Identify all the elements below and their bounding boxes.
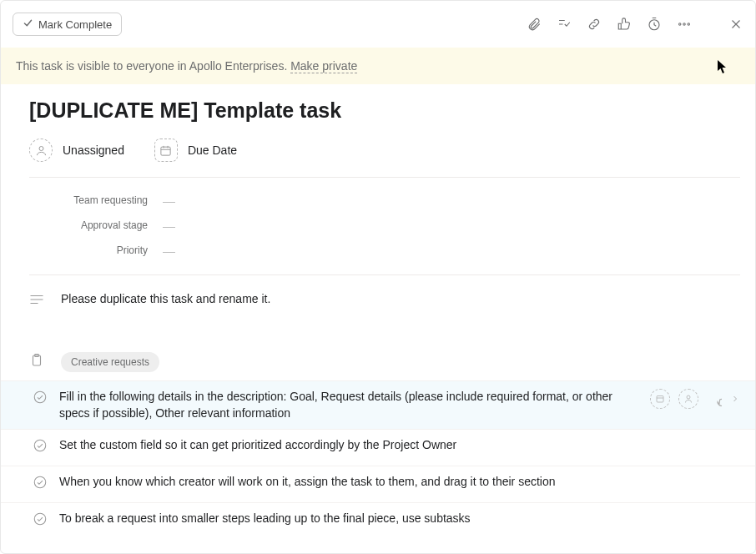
mini-calendar-icon[interactable] — [650, 389, 670, 409]
subtask-text: When you know which creator will work on… — [59, 474, 740, 491]
subtask-check-icon[interactable] — [33, 475, 48, 495]
clipboard-icon — [29, 353, 44, 371]
svg-point-13 — [34, 513, 46, 525]
assignee-field[interactable]: Unassigned — [29, 138, 124, 162]
subtask-row[interactable]: Fill in the following details in the des… — [1, 380, 755, 429]
field-row: Approval stage — — [29, 213, 740, 238]
subtask-check-icon[interactable] — [33, 438, 48, 458]
projects-row: Creative requests — [29, 345, 740, 380]
subtask-row[interactable]: Set the custom field so it can get prior… — [1, 429, 755, 466]
subtask-text: To break a request into smaller steps le… — [59, 511, 740, 527]
assignee-label: Unassigned — [63, 144, 124, 157]
field-value[interactable]: — — [163, 194, 175, 207]
field-label: Priority — [29, 244, 163, 256]
svg-point-10 — [687, 395, 690, 399]
subtask-check-icon[interactable] — [33, 390, 48, 410]
svg-point-4 — [39, 146, 43, 150]
project-pill[interactable]: Creative requests — [61, 352, 159, 372]
task-toolbar: Mark Complete — [1, 1, 755, 48]
like-icon[interactable] — [617, 17, 632, 32]
subtask-text: Set the custom field so it can get prior… — [59, 437, 740, 454]
subtask-check-icon[interactable] — [33, 511, 48, 531]
banner-org: Apollo Enterprises — [189, 59, 285, 73]
close-icon[interactable] — [728, 17, 743, 32]
svg-point-2 — [683, 23, 685, 25]
task-title[interactable]: [DUPLICATE ME] Template task — [29, 84, 740, 135]
copy-link-icon[interactable] — [587, 17, 602, 32]
field-label: Team requesting — [29, 194, 163, 206]
subtasks-icon[interactable] — [557, 17, 572, 32]
field-value[interactable]: — — [163, 244, 175, 257]
due-date-field[interactable]: Due Date — [154, 138, 237, 162]
visibility-banner: This task is visible to everyone in Apol… — [1, 48, 755, 84]
calendar-icon — [154, 138, 178, 162]
attachment-icon[interactable] — [527, 17, 542, 32]
description-row: Please duplicate this task and rename it… — [29, 275, 740, 345]
svg-point-11 — [34, 441, 46, 452]
svg-rect-9 — [657, 396, 663, 403]
more-actions-icon[interactable] — [677, 17, 692, 32]
custom-fields: Team requesting — Approval stage — Prior… — [29, 178, 740, 275]
field-row: Team requesting — — [29, 188, 740, 213]
svg-point-1 — [679, 23, 681, 25]
activity-entry: Daniela Vargas created this task. Jun 25 — [29, 538, 740, 554]
field-row: Priority — — [29, 238, 740, 263]
banner-suffix: . — [284, 59, 290, 73]
svg-point-12 — [34, 476, 46, 488]
field-value[interactable]: — — [163, 219, 175, 232]
mark-complete-button[interactable]: Mark Complete — [13, 13, 122, 36]
check-icon — [23, 18, 33, 31]
description-icon — [29, 292, 44, 309]
subtask-row[interactable]: When you know which creator will work on… — [1, 466, 755, 502]
description-text[interactable]: Please duplicate this task and rename it… — [61, 292, 740, 305]
make-private-link[interactable]: Make private — [290, 59, 357, 73]
mark-complete-label: Mark Complete — [38, 18, 112, 31]
banner-prefix: This task is visible to everyone in — [16, 59, 189, 73]
mini-person-icon[interactable] — [678, 389, 698, 409]
due-date-label: Due Date — [188, 144, 237, 157]
subtask-text: Fill in the following details in the des… — [59, 389, 638, 421]
svg-point-3 — [688, 23, 689, 25]
comment-icon[interactable] — [707, 391, 722, 406]
toolbar-actions — [527, 17, 743, 32]
timer-icon[interactable] — [647, 17, 662, 32]
person-icon — [29, 138, 53, 162]
subtask-row[interactable]: To break a request into smaller steps le… — [1, 502, 755, 539]
svg-rect-5 — [161, 147, 170, 155]
svg-point-8 — [34, 392, 46, 404]
task-meta-row: Unassigned Due Date — [29, 135, 740, 178]
subtask-list: Fill in the following details in the des… — [1, 380, 755, 538]
chevron-right-icon[interactable] — [730, 394, 740, 404]
subtask-trailing — [650, 389, 740, 409]
field-label: Approval stage — [29, 219, 163, 231]
